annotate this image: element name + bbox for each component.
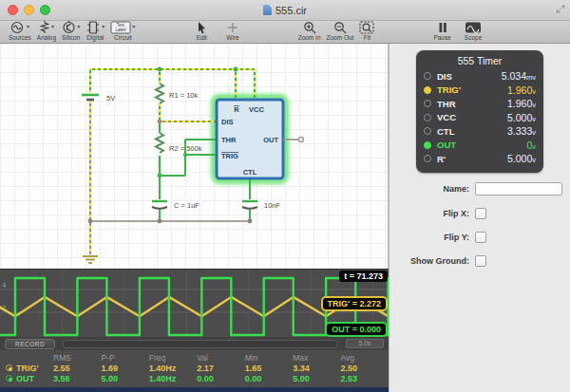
battery-label: 5V [106,94,115,103]
window-title: 555.cir [276,5,307,16]
titlebar: 555.cir ⤢ [0,0,570,21]
c2-label: 10nF [264,201,281,210]
ground-symbol[interactable] [83,256,98,263]
zoom-in-icon [303,21,316,34]
pin-probe-radio[interactable] [424,155,431,162]
trig-trace-toggle[interactable] [6,364,12,371]
c1-label: C = 1uF [174,201,200,210]
scope-icon [465,21,482,34]
toolbar-analog[interactable]: ▾ Analog [34,21,59,42]
toolbar-edit[interactable]: Edit [193,21,210,42]
pin-row-reset: R' 5.000v [424,152,536,166]
capacitor-c2[interactable]: 10nF [242,201,281,210]
toolbar-circuit[interactable]: TextLabel▾ Circuit [107,21,138,42]
toolbar-wire[interactable]: Wire [223,21,241,42]
minimize-button[interactable] [24,5,34,15]
svg-text:Label: Label [116,28,126,32]
pin-probe-radio[interactable] [424,127,431,135]
pin-probe-radio[interactable] [424,86,431,94]
chip-555[interactable]: R VCC DIS THR TRIG OUT CTL [217,100,283,178]
name-input[interactable] [475,182,562,196]
show-ground-checkbox[interactable] [475,255,486,267]
toolbar-sources[interactable]: ▾ Sources [6,21,34,42]
resistor-r2[interactable]: R2 = 500k [156,133,202,153]
fit-icon [359,21,374,34]
cursor-out-readout: OUT = 0.000 [325,322,388,337]
transistor-icon [62,21,76,34]
inspector-panel: 555 Timer DIS 5.034mv TRIG' 1.960v THR 1… [389,44,570,392]
bottom-strip [0,387,389,392]
pin-label-ctl: CTL [243,168,257,177]
resistor-icon [39,21,50,34]
show-ground-label: Show Ground: [390,256,469,266]
pin-probe-radio[interactable] [424,141,431,149]
chevron-down-icon: ▾ [51,23,54,29]
traffic-lights [8,5,50,15]
table-row-out[interactable]: OUT 3.56 5.00 1.40Hz 0.00 0.00 5.00 2.53 [0,373,389,383]
pin-label-trig: TRIG [221,152,238,160]
flip-x-checkbox[interactable] [475,208,486,219]
name-label: Name: [390,184,469,194]
toolbar-fit[interactable]: Fit [356,21,377,42]
text-label-icon: TextLabel [110,21,131,34]
capacitor-c1[interactable]: C = 1uF [152,201,200,210]
close-button[interactable] [8,5,18,15]
toolbar-silicon[interactable]: ▾ Silicon [59,21,83,42]
toolbar-pause[interactable]: Pause [430,21,453,42]
record-button[interactable]: RECORD [5,339,55,349]
pin-label-out: OUT [263,136,278,144]
timeline-scrubber[interactable] [63,340,338,348]
toolbar-digital[interactable]: ▾ Digital [83,21,107,42]
plus-icon [227,21,238,34]
battery-5v[interactable]: 5V [82,94,115,103]
flip-y-label: Flip Y: [390,233,469,242]
chevron-down-icon: ▾ [132,23,135,29]
cursor-time-readout: t = 71.273 [339,271,388,282]
out-terminal[interactable] [298,137,303,141]
pin-row-out: OUT 0v [424,139,536,153]
cursor-icon [196,21,207,34]
chevron-down-icon: ▾ [102,23,104,29]
flip-x-label: Flip X: [390,209,469,218]
ic-icon [86,21,101,34]
source-icon [10,21,26,34]
toolbar: ▾ Sources ▾ Analog ▾ Silicon ▾ Digital T… [0,21,570,44]
resistor-r1[interactable]: R1 = 10k [156,84,198,103]
measurements-header: RMS P-P Freq Val Min Max Avg [0,352,389,363]
table-row-trig[interactable]: TRIG' 2.55 1.69 1.40Hz 2.17 1.65 3.34 2.… [0,363,389,373]
pin-row-thr: THR 1.960v [424,97,536,111]
cursor-trig-readout: TRIG' = 2.272 [321,296,388,311]
pin-label-dis: DIS [221,118,234,126]
pin-row-dis: DIS 5.034mv [424,69,536,84]
pin-label-thr: THR [221,136,237,144]
chevron-down-icon: ▾ [77,23,80,29]
flip-y-checkbox[interactable] [475,232,486,243]
pin-probe-radio[interactable] [424,72,431,80]
toolbar-zoom-in[interactable]: Zoom In [295,21,324,42]
pin-row-ctl: CTL 3.333v [424,124,536,139]
component-title: 555 Timer [424,55,536,66]
schematic-canvas[interactable]: 5V R1 = 10k R2 = 500k [0,44,389,269]
record-bar: RECORD 5.0s [0,337,389,350]
zoom-window-button[interactable] [40,5,50,15]
r2-label: R2 = 500k [169,144,202,153]
timebase-button[interactable]: 5.0s [346,339,384,348]
app-window: 555.cir ⤢ ▾ Sources ▾ Analog ▾ Silicon ▾… [0,0,570,392]
pin-row-trig: TRIG' 1.960v [424,84,536,98]
toolbar-zoom-out[interactable]: Zoom Out [324,21,357,42]
zoom-out-icon [333,21,347,34]
oscilloscope[interactable]: 24 t = 71.273 TRIG' = 2.272 OUT = 0.000 [0,269,389,337]
toolbar-scope[interactable]: Scope [462,21,484,42]
document-icon [263,5,272,15]
svg-text:4: 4 [2,281,7,289]
pin-probe-radio[interactable] [424,100,431,107]
pin-readout-box: 555 Timer DIS 5.034mv TRIG' 1.960v THR 1… [416,50,543,173]
pin-probe-radio[interactable] [424,114,431,121]
out-trace-toggle[interactable] [6,375,12,382]
fullscreen-icon[interactable]: ⤢ [556,3,564,15]
pin-label-vcc: VCC [249,105,264,114]
chevron-down-icon: ▾ [27,23,29,29]
pause-icon [437,21,448,34]
pin-row-vcc: VCC 5.000v [424,111,536,125]
component-form: Name: Flip X: Flip Y: Show Ground: [390,182,570,267]
